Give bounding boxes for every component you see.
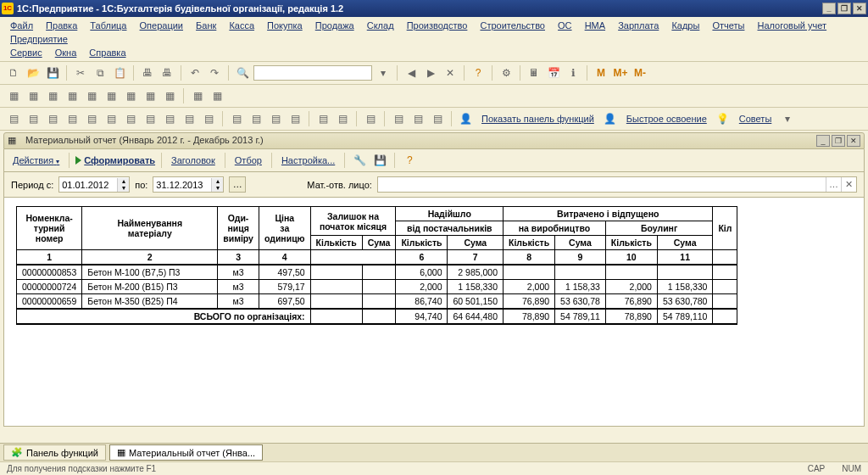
report03-icon[interactable]: ▦: [44, 87, 61, 104]
print-icon[interactable]: 🖶: [139, 64, 156, 81]
tips-icon[interactable]: 💡: [715, 110, 732, 127]
report05-icon[interactable]: ▦: [83, 87, 100, 104]
menu-salary[interactable]: Зарплата: [613, 19, 664, 32]
acct17-icon[interactable]: ▤: [334, 110, 351, 127]
menu-purchase[interactable]: Покупка: [262, 19, 308, 32]
tips-dropdown-icon[interactable]: ▾: [779, 110, 796, 127]
restore-button[interactable]: ❐: [837, 3, 851, 14]
help-icon[interactable]: ?: [470, 64, 487, 81]
form-button[interactable]: Сформировать: [75, 155, 155, 165]
undo-icon[interactable]: ↶: [186, 64, 203, 81]
stop-icon[interactable]: ✕: [442, 64, 459, 81]
menu-os[interactable]: ОС: [553, 19, 577, 32]
calc-icon[interactable]: 🖩: [526, 64, 542, 81]
task-material-report[interactable]: ▦ Материальный отчет (Янва...: [109, 444, 263, 461]
filter-button[interactable]: Отбор: [231, 154, 265, 167]
cut-icon[interactable]: ✂: [72, 64, 89, 81]
mem-mminus-button[interactable]: M-: [632, 64, 648, 81]
acct20-icon[interactable]: ▤: [409, 110, 426, 127]
search-input[interactable]: [253, 65, 372, 81]
find-icon[interactable]: 🔍: [234, 64, 251, 81]
task-fn-panel[interactable]: 🧩 Панель функций: [3, 444, 106, 461]
copy-icon[interactable]: ⧉: [92, 64, 108, 81]
menu-help[interactable]: Справка: [84, 46, 131, 59]
restore-settings-icon[interactable]: 🔧: [351, 152, 368, 169]
period-to-input[interactable]: ▴▾: [153, 176, 224, 193]
menu-bank[interactable]: Банк: [191, 19, 221, 32]
doc-restore-button[interactable]: ❐: [832, 135, 845, 147]
search-dropdown-icon[interactable]: ▾: [375, 64, 392, 81]
menu-production[interactable]: Производство: [402, 19, 473, 32]
menu-windows[interactable]: Окна: [50, 46, 82, 59]
menu-reports[interactable]: Отчеты: [707, 19, 749, 32]
report07-icon[interactable]: ▦: [122, 87, 139, 104]
paste-icon[interactable]: 📋: [111, 64, 128, 81]
print-preview-icon[interactable]: 🖶: [159, 64, 175, 81]
period-from-input[interactable]: ▴▾: [58, 176, 130, 193]
matotv-input[interactable]: … ✕: [377, 176, 857, 193]
acct06-icon[interactable]: ▤: [103, 110, 120, 127]
acct08-icon[interactable]: ▤: [142, 110, 159, 127]
acct10-icon[interactable]: ▤: [181, 110, 198, 127]
report11-icon[interactable]: ▦: [209, 87, 225, 104]
acct11-icon[interactable]: ▤: [200, 110, 217, 127]
menu-table[interactable]: Таблица: [85, 19, 131, 32]
acct03-icon[interactable]: ▤: [44, 110, 61, 127]
report-pane[interactable]: Номенкла- турний номер Найменування мате…: [3, 198, 865, 427]
new-doc-icon[interactable]: 🗋: [5, 64, 22, 81]
menu-sale[interactable]: Продажа: [310, 19, 359, 32]
menu-enterprise[interactable]: Предприятие: [5, 32, 73, 46]
report06-icon[interactable]: ▦: [103, 87, 120, 104]
acct09-icon[interactable]: ▤: [161, 110, 178, 127]
report01-icon[interactable]: ▦: [5, 87, 22, 104]
open-icon[interactable]: 📂: [25, 64, 42, 81]
redo-icon[interactable]: ↷: [206, 64, 223, 81]
forward-icon[interactable]: ▶: [422, 64, 439, 81]
acct07-icon[interactable]: ▤: [122, 110, 139, 127]
menu-cash[interactable]: Касса: [224, 19, 259, 32]
acct12-icon[interactable]: ▤: [228, 110, 245, 127]
settings-icon[interactable]: ⚙: [498, 64, 515, 81]
report10-icon[interactable]: ▦: [189, 87, 206, 104]
menu-warehouse[interactable]: Склад: [362, 19, 399, 32]
close-button[interactable]: ✕: [853, 3, 866, 14]
quick-link[interactable]: Быстрое освоение: [621, 114, 712, 124]
tips-link[interactable]: Советы: [734, 114, 776, 124]
acct02-icon[interactable]: ▤: [25, 110, 42, 127]
menu-construction[interactable]: Строительство: [475, 19, 550, 32]
doc-help-icon[interactable]: ?: [401, 152, 418, 169]
report02-icon[interactable]: ▦: [25, 87, 42, 104]
doc-minimize-button[interactable]: _: [816, 135, 830, 147]
menu-hr[interactable]: Кадры: [666, 19, 704, 32]
acct15-icon[interactable]: ▤: [287, 110, 303, 127]
acct01-icon[interactable]: ▤: [5, 110, 22, 127]
mem-mplus-button[interactable]: M+: [612, 64, 629, 81]
quick-icon[interactable]: 👤: [602, 110, 619, 127]
menu-service[interactable]: Сервис: [5, 46, 47, 59]
doc-close-button[interactable]: ✕: [847, 135, 860, 147]
acct13-icon[interactable]: ▤: [248, 110, 264, 127]
menu-nma[interactable]: НМА: [580, 19, 610, 32]
header-button[interactable]: Заголовок: [168, 154, 219, 167]
back-icon[interactable]: ◀: [403, 64, 420, 81]
save-settings-icon[interactable]: 💾: [371, 152, 388, 169]
settings-button[interactable]: Настройка...: [278, 154, 338, 167]
acct21-icon[interactable]: ▤: [429, 110, 446, 127]
report04-icon[interactable]: ▦: [64, 87, 81, 104]
acct19-icon[interactable]: ▤: [390, 110, 407, 127]
report08-icon[interactable]: ▦: [142, 87, 159, 104]
calendar-icon[interactable]: 📅: [545, 64, 562, 81]
period-select-button[interactable]: …: [229, 176, 246, 193]
acct05-icon[interactable]: ▤: [83, 110, 100, 127]
matotv-clear-icon[interactable]: ✕: [841, 177, 856, 192]
acct04-icon[interactable]: ▤: [64, 110, 81, 127]
menu-edit[interactable]: Правка: [41, 19, 82, 32]
save-icon[interactable]: 💾: [44, 64, 61, 81]
acct18-icon[interactable]: ▤: [362, 110, 379, 127]
actions-menu[interactable]: Действия ▾: [9, 154, 63, 167]
menu-file[interactable]: Файл: [5, 19, 38, 32]
report09-icon[interactable]: ▦: [161, 87, 178, 104]
acct16-icon[interactable]: ▤: [314, 110, 331, 127]
menu-operations[interactable]: Операции: [135, 19, 188, 32]
mem-m-button[interactable]: M: [593, 64, 609, 81]
